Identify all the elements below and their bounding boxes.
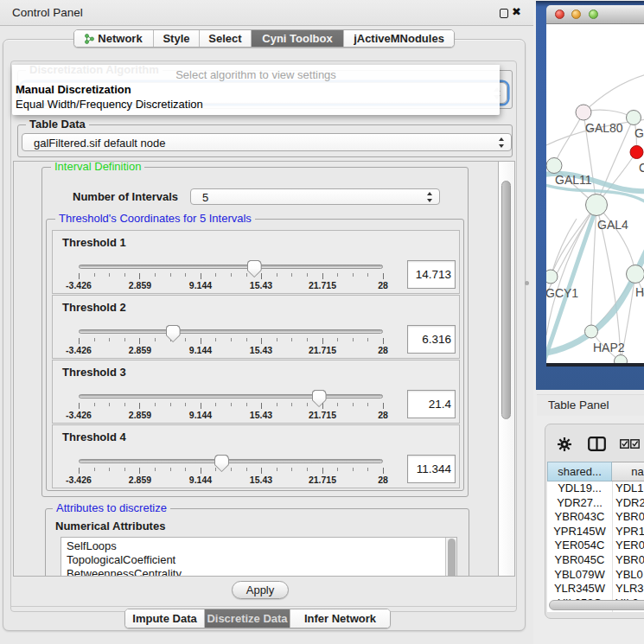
dropdown-item-equal-width[interactable]: Equal Width/Frequency Discretization	[16, 98, 203, 111]
tab-discretize-data-label: Discretize Data	[207, 612, 287, 625]
apply-button[interactable]: Apply	[232, 581, 289, 599]
table-row[interactable]: YBR043CYBR0	[547, 510, 644, 525]
cell-shared-name[interactable]: YBR043C	[547, 510, 612, 525]
svg-text:HAP2: HAP2	[593, 341, 625, 354]
zoom-window-icon[interactable]	[589, 10, 598, 19]
threshold-4-panel: Threshold 4 -3.426 2.859 9.144 15.43 21.…	[52, 424, 460, 488]
svg-text:GA: GA	[634, 126, 644, 140]
close-window-icon[interactable]	[555, 10, 564, 19]
table-header-row: shared... na	[547, 462, 644, 481]
tick-label: 21.715	[295, 345, 350, 355]
cell-name[interactable]: YBL0	[615, 568, 644, 583]
float-panel-icon[interactable]	[500, 9, 508, 18]
threshold-2-slider-track[interactable]	[79, 329, 383, 334]
table-row[interactable]: YDL19...YDL1	[547, 481, 644, 496]
cell-shared-name[interactable]: YBR045C	[547, 553, 612, 568]
cell-name[interactable]: YDL1	[615, 481, 644, 496]
tick-label: 28	[355, 475, 411, 485]
tick-label: 15.43	[233, 280, 289, 290]
column-header-shared-name[interactable]: shared...	[547, 462, 612, 481]
divider	[11, 606, 517, 607]
cell-name[interactable]: YBR0	[615, 553, 644, 568]
splitter-handle[interactable]	[525, 281, 529, 285]
tab-discretize-data[interactable]: Discretize Data	[205, 609, 290, 628]
threshold-3-label: Threshold 3	[62, 366, 126, 379]
tab-network[interactable]: Network	[74, 30, 154, 47]
cell-shared-name[interactable]: YDL19...	[547, 481, 612, 496]
table-row[interactable]: YER054CYER0	[547, 539, 644, 553]
cell-shared-name[interactable]: YPR145W	[547, 525, 612, 539]
tab-impute-data[interactable]: Impute Data	[125, 609, 205, 628]
cell-shared-name[interactable]: YER054C	[547, 539, 612, 553]
threshold-1-slider-track[interactable]	[79, 265, 383, 269]
control-panel-title: Control Panel	[12, 6, 83, 19]
network-icon	[85, 34, 94, 44]
threshold-4-slider-track[interactable]	[79, 459, 383, 463]
tick-label: 21.715	[295, 280, 350, 290]
threshold-3-panel: Threshold 3 -3.426 2.859 9.144 15.43 21.…	[52, 360, 460, 424]
list-item[interactable]: TopologicalCoefficient	[61, 553, 456, 567]
threshold-4-value-field[interactable]: 11.344	[407, 455, 456, 483]
cell-shared-name[interactable]: YDR27...	[547, 496, 612, 511]
tab-jactivemnodules[interactable]: jActiveMNodules	[344, 30, 454, 47]
table-data-combobox[interactable]: galFiltered.sif default node	[22, 133, 512, 151]
table-row[interactable]: YDR27...YDR2	[547, 496, 644, 511]
settings-scrollbar[interactable]	[498, 162, 514, 576]
column-header-name[interactable]: na	[612, 462, 644, 481]
table-browser-panel: shared... na YDL19...YDL1 YDR27...YDR2 Y…	[545, 424, 644, 619]
table-row[interactable]: YBR045CYBR0	[547, 553, 644, 568]
network-canvas[interactable]: GAL80GACGAL11GAL4GCY1HHAP2	[546, 24, 644, 363]
slider-ticks	[79, 273, 384, 279]
table-row[interactable]: YLR345WYLR3	[547, 582, 644, 596]
number-of-intervals-combobox[interactable]: 5	[190, 188, 440, 205]
columns-icon[interactable]	[588, 437, 606, 451]
combo-arrows-icon	[499, 137, 505, 148]
threshold-2-label: Threshold 2	[62, 301, 126, 314]
checkbox-icon[interactable]	[630, 439, 640, 449]
gear-icon[interactable]	[558, 437, 571, 451]
tick-label: 15.43	[233, 345, 289, 355]
tab-impute-data-label: Impute Data	[132, 612, 196, 625]
list-item[interactable]: SelfLoops	[61, 538, 456, 553]
cell-shared-name[interactable]: YBL079W	[547, 568, 612, 583]
threshold-1-label: Threshold 1	[62, 236, 126, 249]
network-window-titlebar[interactable]	[546, 5, 644, 24]
threshold-1-value-field[interactable]: 14.713	[407, 260, 456, 289]
list-item[interactable]: BetweennessCentrality	[61, 567, 456, 577]
list-scrollbar-thumb[interactable]	[448, 539, 456, 577]
tab-style[interactable]: Style	[154, 30, 200, 47]
cell-name[interactable]: YLR3	[615, 582, 644, 596]
tick-label: 28	[355, 280, 411, 290]
table-row[interactable]: YBL079WYBL0	[547, 568, 644, 583]
dropdown-prompt-item[interactable]: Select algorithm to view settings	[12, 68, 500, 81]
tab-infer-network[interactable]: Infer Network	[290, 609, 390, 628]
cell-shared-name[interactable]: YLR345W	[547, 582, 612, 596]
minimize-window-icon[interactable]	[571, 10, 581, 19]
settings-scrollbar-thumb[interactable]	[501, 181, 511, 419]
numerical-attributes-list: SelfLoops TopologicalCoefficient Between…	[61, 537, 457, 577]
cell-name[interactable]: YBR0	[615, 510, 644, 525]
tab-select[interactable]: Select	[200, 30, 252, 47]
slider-ticks	[79, 338, 384, 344]
svg-text:GAL80: GAL80	[585, 121, 623, 135]
table-row[interactable]: YPR145WYPR1	[547, 525, 644, 539]
threshold-3-slider-track[interactable]	[79, 394, 383, 399]
checkbox-icon[interactable]	[620, 439, 629, 449]
cell-name[interactable]: YER0	[615, 539, 644, 553]
tick-label: 9.144	[173, 410, 228, 420]
cell-name[interactable]: YPR1	[615, 525, 644, 539]
threshold-3-value-field[interactable]: 21.4	[407, 390, 456, 418]
interval-definition-title: Interval Definition	[51, 161, 144, 173]
list-scrollbar[interactable]	[445, 538, 456, 577]
close-panel-icon[interactable]: ✖	[512, 5, 521, 18]
dropdown-item-manual-discretization[interactable]: Manual Discretization	[16, 83, 131, 96]
threshold-2-value-field[interactable]: 6.316	[407, 325, 456, 354]
tab-style-label: Style	[163, 32, 189, 45]
svg-text:GCY1: GCY1	[546, 286, 578, 300]
cell-name[interactable]: YDR2	[615, 496, 644, 511]
tab-cyni-toolbox[interactable]: Cyni Toolbox	[252, 30, 344, 47]
tick-label: 15.43	[233, 475, 289, 485]
table-horizontal-scrollbar[interactable]	[549, 600, 644, 610]
number-of-intervals-value: 5	[202, 190, 208, 203]
svg-text:H: H	[635, 285, 644, 299]
